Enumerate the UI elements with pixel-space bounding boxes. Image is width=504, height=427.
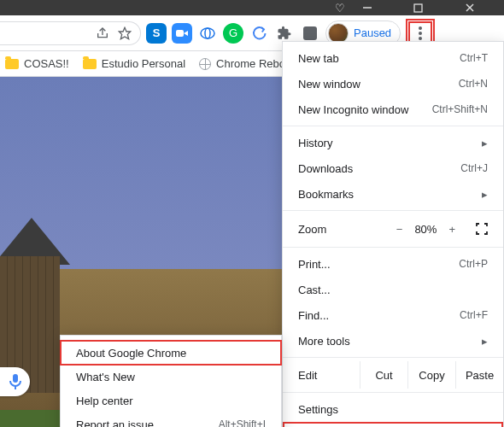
svg-point-7 bbox=[205, 28, 210, 38]
svg-point-10 bbox=[419, 32, 422, 35]
zoom-out-button[interactable]: − bbox=[396, 223, 403, 236]
svg-point-6 bbox=[201, 28, 214, 38]
menu-item-cast[interactable]: Cast... bbox=[283, 277, 503, 302]
menu-item-history[interactable]: History ▸ bbox=[283, 130, 503, 155]
menu-item-help[interactable]: Help ▸ bbox=[283, 422, 503, 427]
menu-separator bbox=[283, 210, 503, 211]
svg-rect-8 bbox=[303, 26, 317, 40]
extension-icon[interactable] bbox=[300, 23, 320, 44]
menu-separator bbox=[283, 247, 503, 248]
chevron-right-icon: ▸ bbox=[482, 137, 488, 149]
minimize-button[interactable] bbox=[362, 3, 396, 13]
svg-marker-4 bbox=[119, 27, 130, 38]
help-submenu: About Google Chrome What's New Help cent… bbox=[60, 335, 282, 427]
menu-separator bbox=[283, 392, 503, 393]
menu-item-new-window[interactable]: New window Ctrl+N bbox=[283, 71, 503, 97]
menu-item-downloads[interactable]: Downloads Ctrl+J bbox=[283, 155, 503, 181]
bookmark-label: Estudio Personal bbox=[102, 57, 185, 70]
menu-item-bookmarks[interactable]: Bookmarks ▸ bbox=[283, 181, 503, 207]
menu-separator bbox=[283, 357, 503, 358]
microphone-icon bbox=[9, 374, 21, 389]
edit-paste-button[interactable]: Paste bbox=[455, 361, 503, 389]
window-titlebar bbox=[0, 0, 504, 15]
star-icon[interactable] bbox=[118, 26, 132, 40]
fullscreen-button[interactable] bbox=[476, 223, 488, 235]
close-button[interactable] bbox=[465, 3, 499, 13]
menu-item-more-tools[interactable]: More tools ▸ bbox=[283, 328, 503, 354]
extension-icon[interactable]: S bbox=[146, 23, 167, 44]
menu-separator bbox=[283, 126, 503, 126]
menu-item-edit: Edit Cut Copy Paste bbox=[283, 361, 503, 389]
avatar-icon bbox=[328, 23, 349, 44]
menu-item-new-incognito[interactable]: New Incognito window Ctrl+Shift+N bbox=[283, 97, 503, 122]
svg-rect-12 bbox=[13, 374, 18, 383]
bookmark-folder[interactable]: COSAS!! bbox=[5, 57, 69, 70]
menu-item-zoom: Zoom − 80% + bbox=[283, 214, 503, 243]
svg-rect-5 bbox=[176, 30, 184, 37]
voice-search-button[interactable] bbox=[0, 367, 30, 396]
svg-rect-1 bbox=[414, 4, 422, 12]
globe-icon bbox=[199, 58, 211, 70]
extensions-button[interactable] bbox=[274, 23, 295, 44]
extension-icon[interactable] bbox=[197, 23, 218, 44]
profile-status: Paused bbox=[354, 26, 391, 39]
zoom-value: 80% bbox=[414, 223, 437, 236]
menu-item-print[interactable]: Print... Ctrl+P bbox=[283, 251, 503, 277]
bookmark-link[interactable]: Chrome Reboot bbox=[199, 57, 295, 70]
chevron-right-icon: ▸ bbox=[482, 188, 488, 201]
menu-item-find[interactable]: Find... Ctrl+F bbox=[283, 302, 503, 328]
menu-item-settings[interactable]: Settings bbox=[283, 396, 503, 422]
svg-point-9 bbox=[419, 26, 422, 30]
chevron-right-icon: ▸ bbox=[482, 335, 488, 348]
bookmark-folder[interactable]: Estudio Personal bbox=[83, 57, 185, 70]
svg-point-11 bbox=[419, 37, 422, 40]
extension-icon[interactable]: G bbox=[223, 23, 243, 44]
edit-copy-button[interactable]: Copy bbox=[407, 361, 455, 389]
submenu-item-about[interactable]: About Google Chrome bbox=[61, 341, 281, 365]
chrome-menu: New tab Ctrl+T New window Ctrl+N New Inc… bbox=[282, 41, 504, 427]
extension-icon[interactable] bbox=[172, 23, 192, 44]
edit-cut-button[interactable]: Cut bbox=[360, 361, 407, 389]
submenu-item-whats-new[interactable]: What's New bbox=[61, 365, 281, 389]
address-bar[interactable] bbox=[0, 21, 141, 45]
maximize-button[interactable] bbox=[413, 3, 448, 13]
bookmark-label: COSAS!! bbox=[24, 57, 69, 70]
folder-icon bbox=[5, 59, 19, 69]
heart-icon bbox=[335, 2, 345, 15]
extension-icon[interactable] bbox=[249, 23, 269, 44]
submenu-item-help-center[interactable]: Help center bbox=[61, 389, 281, 412]
share-icon[interactable] bbox=[96, 26, 109, 40]
folder-icon bbox=[83, 59, 97, 69]
menu-item-new-tab[interactable]: New tab Ctrl+T bbox=[283, 45, 503, 71]
zoom-in-button[interactable]: + bbox=[448, 223, 455, 236]
submenu-item-report-issue[interactable]: Report an issue... Alt+Shift+I bbox=[61, 412, 281, 427]
